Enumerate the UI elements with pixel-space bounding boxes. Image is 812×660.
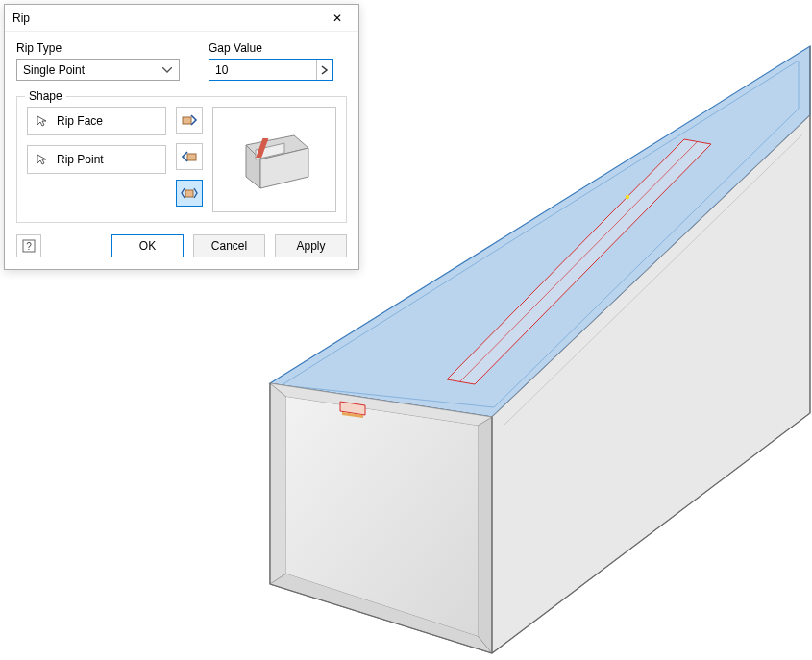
close-button[interactable]: ✕ xyxy=(318,6,357,31)
chevron-right-icon xyxy=(321,65,329,75)
svg-text:?: ? xyxy=(26,241,32,252)
cursor-icon xyxy=(36,153,49,166)
ok-label: OK xyxy=(139,239,156,253)
svg-rect-7 xyxy=(183,117,191,124)
direction-right-icon xyxy=(181,148,198,165)
direction-both-icon xyxy=(181,184,198,202)
cancel-button[interactable]: Cancel xyxy=(193,234,265,257)
rip-type-label: Rip Type xyxy=(16,41,180,55)
help-icon: ? xyxy=(22,239,36,253)
shape-preview xyxy=(212,107,336,212)
rip-type-select[interactable]: Single Point xyxy=(16,59,180,81)
rip-point-marker[interactable] xyxy=(626,195,629,199)
help-button[interactable]: ? xyxy=(16,234,41,257)
rip-face-label: Rip Face xyxy=(57,114,103,128)
svg-rect-8 xyxy=(187,154,196,160)
direction-both-button[interactable] xyxy=(176,180,203,207)
cursor-icon xyxy=(36,114,49,128)
gap-value-label: Gap Value xyxy=(209,41,333,55)
gap-value-stepper[interactable] xyxy=(316,60,332,80)
preview-icon xyxy=(227,121,323,198)
apply-button[interactable]: Apply xyxy=(275,234,347,257)
rip-point-label: Rip Point xyxy=(57,153,104,166)
chevron-down-icon xyxy=(160,60,175,80)
gap-value-input[interactable] xyxy=(209,60,316,80)
cancel-label: Cancel xyxy=(211,239,247,253)
shape-legend: Shape xyxy=(25,89,66,103)
dialog-title: Rip xyxy=(12,12,318,25)
apply-label: Apply xyxy=(296,239,325,253)
direction-left-icon xyxy=(181,111,198,129)
svg-rect-9 xyxy=(185,190,193,197)
rip-dialog: Rip ✕ Rip Type Single Point Gap Value xyxy=(4,4,359,270)
ok-button[interactable]: OK xyxy=(111,234,184,257)
dialog-titlebar[interactable]: Rip ✕ xyxy=(5,5,358,32)
rip-type-value: Single Point xyxy=(23,63,160,77)
close-icon: ✕ xyxy=(332,12,342,25)
rip-point-button[interactable]: Rip Point xyxy=(27,145,166,174)
svg-marker-4 xyxy=(286,397,478,636)
direction-right-button[interactable] xyxy=(176,143,203,170)
svg-marker-1 xyxy=(478,417,492,653)
gap-value-field[interactable] xyxy=(209,59,333,81)
shape-group: Shape Rip Face Rip Point xyxy=(16,96,347,223)
rip-face-button[interactable]: Rip Face xyxy=(27,107,166,135)
direction-left-button[interactable] xyxy=(176,107,203,134)
svg-marker-0 xyxy=(270,383,286,584)
